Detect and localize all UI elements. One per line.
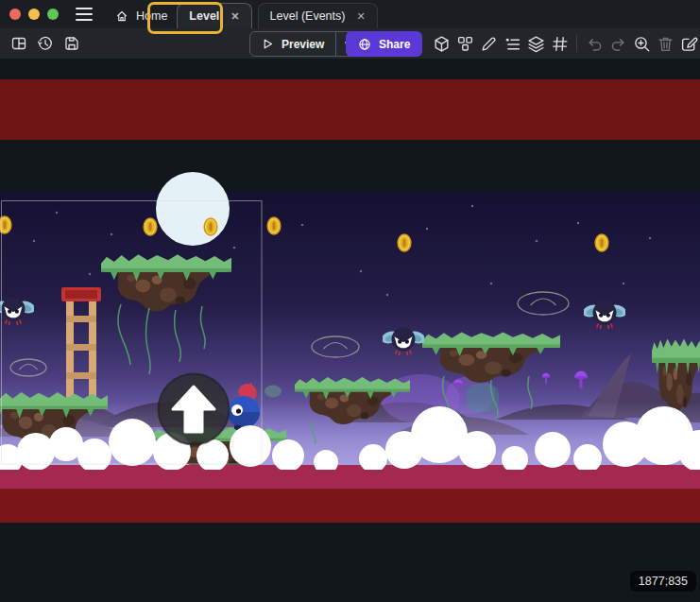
star (577, 222, 579, 224)
coin[interactable] (595, 234, 608, 251)
star (111, 233, 112, 235)
star (426, 228, 428, 230)
star (233, 247, 235, 249)
share-button[interactable]: Share (346, 31, 422, 57)
coin[interactable] (267, 217, 281, 234)
star (89, 273, 91, 275)
properties-icon[interactable] (501, 32, 523, 55)
preview-button[interactable]: Preview (249, 31, 360, 57)
menu-icon[interactable] (76, 8, 93, 21)
object-groups-icon[interactable] (453, 32, 476, 55)
titlebar: Home Level ✕ Level (Events) ✕ (0, 0, 700, 28)
star (360, 270, 362, 272)
coin[interactable] (204, 218, 217, 235)
scene-band-red-bottom (0, 489, 700, 523)
history-icon[interactable] (34, 32, 57, 55)
toolbar-left-group (8, 32, 83, 55)
coin[interactable] (398, 234, 411, 251)
home-icon (115, 9, 128, 23)
close-icon[interactable]: ✕ (230, 11, 239, 22)
undo-icon[interactable] (583, 32, 606, 55)
tab-home-label: Home (136, 9, 167, 23)
tab-level-label: Level (189, 9, 219, 23)
scene-band-red-top (0, 79, 700, 140)
toolbar: Preview Share (0, 28, 700, 59)
tab-bar: Home Level ✕ Level (Events) ✕ (106, 0, 378, 28)
moon[interactable] (156, 172, 230, 246)
preview-button-main[interactable]: Preview (250, 32, 335, 56)
save-icon[interactable] (60, 32, 83, 55)
tab-level[interactable]: Level ✕ (177, 3, 251, 28)
coin[interactable] (144, 218, 157, 235)
star (649, 237, 651, 239)
trash-icon[interactable] (654, 32, 676, 55)
edit-scene-icon[interactable] (677, 32, 700, 55)
star (490, 283, 492, 284)
cursor-coordinates: 1877;835 (630, 571, 696, 592)
window-controls (0, 9, 59, 20)
share-button-label: Share (379, 38, 410, 51)
pencil-icon[interactable] (477, 32, 500, 55)
grid-icon[interactable] (548, 32, 571, 55)
layers-icon[interactable] (524, 32, 547, 55)
redo-icon[interactable] (606, 32, 629, 55)
panels-icon[interactable] (8, 32, 30, 55)
toolbar-right-group (430, 32, 700, 55)
tab-home[interactable]: Home (106, 4, 177, 28)
star (56, 212, 58, 214)
preview-button-label: Preview (282, 38, 324, 51)
rock[interactable] (265, 386, 282, 398)
minimize-window-button[interactable] (28, 9, 40, 20)
play-icon (262, 38, 274, 50)
zoom-window-button[interactable] (47, 9, 59, 20)
tab-level-events-label: Level (Events) (270, 9, 346, 23)
star (623, 283, 624, 284)
star (301, 224, 303, 226)
objects-icon[interactable] (430, 32, 452, 55)
app-window: { "titlebar": { "window_controls": ["clo… (0, 0, 700, 602)
jump-button-overlay[interactable] (159, 374, 230, 445)
close-icon[interactable]: ✕ (356, 11, 365, 22)
close-window-button[interactable] (9, 9, 21, 20)
star (386, 294, 388, 296)
tab-level-events[interactable]: Level (Events) ✕ (258, 3, 378, 28)
star (33, 240, 35, 242)
scene-canvas[interactable] (0, 59, 700, 602)
toolbar-divider (576, 35, 577, 52)
zoom-in-icon[interactable] (630, 32, 653, 55)
star (536, 240, 538, 242)
globe-icon (358, 38, 371, 51)
star (471, 205, 473, 207)
